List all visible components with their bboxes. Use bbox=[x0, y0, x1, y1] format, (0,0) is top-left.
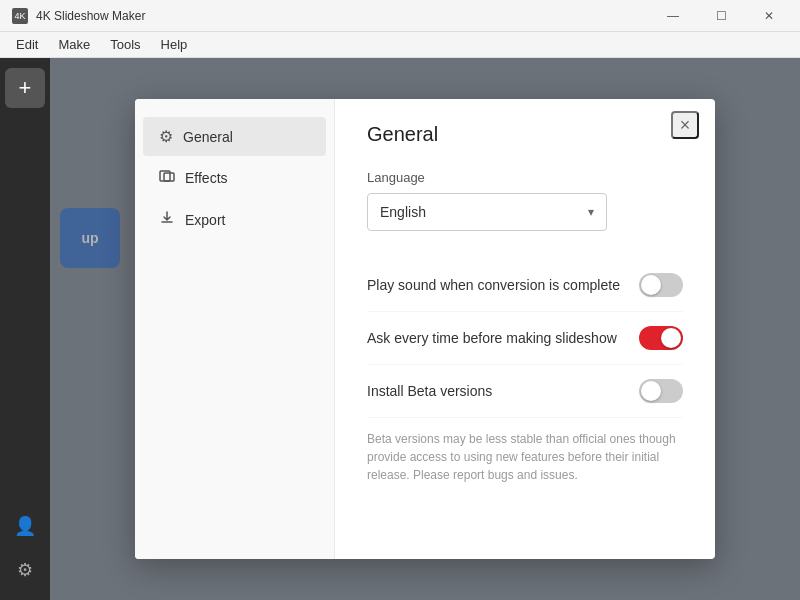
background-area: up ⚙ General bbox=[50, 58, 800, 600]
nav-export-label: Export bbox=[185, 212, 225, 228]
modal-close-button[interactable]: × bbox=[671, 111, 699, 139]
modal-sidebar: ⚙ General Effects bbox=[135, 99, 335, 559]
menu-edit[interactable]: Edit bbox=[8, 35, 46, 54]
modal-overlay: ⚙ General Effects bbox=[50, 58, 800, 600]
play-sound-label: Play sound when conversion is complete bbox=[367, 277, 620, 293]
ask-every-time-label: Ask every time before making slideshow bbox=[367, 330, 617, 346]
svg-rect-1 bbox=[164, 173, 174, 181]
minimize-button[interactable]: — bbox=[650, 0, 696, 32]
app-sidebar: + 👤 ⚙ bbox=[0, 58, 50, 600]
menu-make[interactable]: Make bbox=[50, 35, 98, 54]
sidebar-bottom: 👤 ⚙ bbox=[7, 508, 43, 600]
modal-title: General bbox=[367, 123, 683, 146]
menu-tools[interactable]: Tools bbox=[102, 35, 148, 54]
beta-description: Beta versions may be less stable than of… bbox=[367, 430, 683, 484]
settings-modal: ⚙ General Effects bbox=[135, 99, 715, 559]
ask-every-time-row: Ask every time before making slideshow bbox=[367, 312, 683, 365]
export-nav-icon bbox=[159, 210, 175, 230]
user-icon[interactable]: 👤 bbox=[7, 508, 43, 544]
menu-help[interactable]: Help bbox=[153, 35, 196, 54]
app-icon: 4K bbox=[12, 8, 28, 24]
language-value: English bbox=[380, 204, 426, 220]
general-nav-icon: ⚙ bbox=[159, 127, 173, 146]
nav-effects[interactable]: Effects bbox=[143, 158, 326, 198]
ask-every-time-toggle[interactable] bbox=[639, 326, 683, 350]
play-sound-toggle[interactable] bbox=[639, 273, 683, 297]
menubar: Edit Make Tools Help bbox=[0, 32, 800, 58]
play-sound-thumb bbox=[641, 275, 661, 295]
nav-effects-label: Effects bbox=[185, 170, 228, 186]
window-controls: — ☐ ✕ bbox=[650, 0, 792, 32]
titlebar: 4K 4K Slideshow Maker — ☐ ✕ bbox=[0, 0, 800, 32]
settings-icon[interactable]: ⚙ bbox=[7, 552, 43, 588]
titlebar-left: 4K 4K Slideshow Maker bbox=[12, 8, 145, 24]
chevron-down-icon: ▾ bbox=[588, 205, 594, 219]
window-close-button[interactable]: ✕ bbox=[746, 0, 792, 32]
add-button[interactable]: + bbox=[5, 68, 45, 108]
install-beta-row: Install Beta versions bbox=[367, 365, 683, 418]
maximize-button[interactable]: ☐ bbox=[698, 0, 744, 32]
nav-export[interactable]: Export bbox=[143, 200, 326, 240]
install-beta-thumb bbox=[641, 381, 661, 401]
effects-nav-icon bbox=[159, 168, 175, 188]
install-beta-toggle[interactable] bbox=[639, 379, 683, 403]
install-beta-label: Install Beta versions bbox=[367, 383, 492, 399]
modal-content: × General Language English ▾ Play sound … bbox=[335, 99, 715, 559]
play-sound-row: Play sound when conversion is complete bbox=[367, 259, 683, 312]
app-body: + 👤 ⚙ up ⚙ General bbox=[0, 58, 800, 600]
language-dropdown[interactable]: English ▾ bbox=[367, 193, 607, 231]
nav-general[interactable]: ⚙ General bbox=[143, 117, 326, 156]
language-label: Language bbox=[367, 170, 683, 185]
nav-general-label: General bbox=[183, 129, 233, 145]
app-title: 4K Slideshow Maker bbox=[36, 9, 145, 23]
ask-every-time-thumb bbox=[661, 328, 681, 348]
